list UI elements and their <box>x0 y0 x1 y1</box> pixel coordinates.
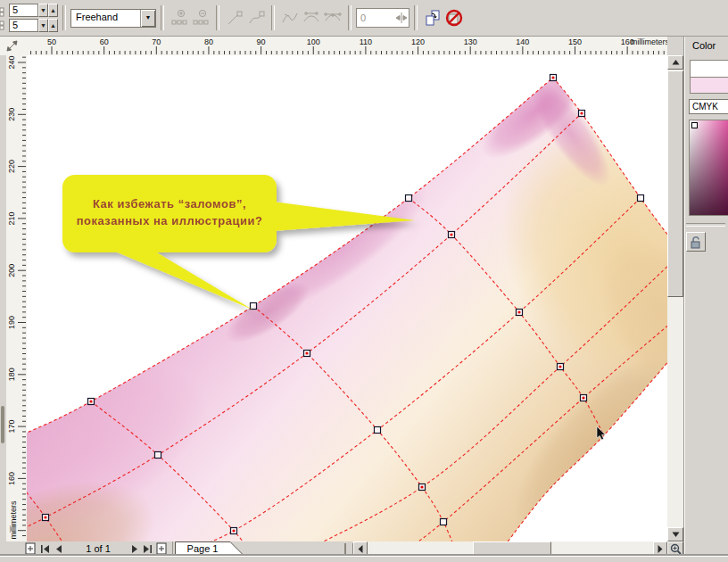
pan-zoom-corner-button[interactable] <box>667 541 683 556</box>
toolbar-separator <box>414 5 418 30</box>
grid-rows-input[interactable]: 5 <box>9 4 38 17</box>
color-swatch-new[interactable] <box>690 77 728 94</box>
add-page-icon <box>25 542 36 555</box>
convert-to-line-button[interactable] <box>224 7 245 29</box>
callout-text-line2: показанных на иллюстрации? <box>77 214 263 227</box>
mesh-node[interactable] <box>43 515 49 521</box>
vertical-scroll-thumb[interactable] <box>667 70 683 297</box>
svg-text:170: 170 <box>7 420 16 434</box>
ruler-origin-icon <box>0 37 27 55</box>
up-arrow-icon <box>672 59 680 66</box>
add-page-before-button[interactable] <box>24 542 37 555</box>
page-tab-label: Page 1 <box>187 543 219 554</box>
mesh-node[interactable] <box>155 452 161 459</box>
svg-text:190: 190 <box>7 316 16 329</box>
right-arrow-icon <box>658 545 663 553</box>
mesh-node[interactable] <box>517 310 523 316</box>
smooth-node-icon <box>302 9 320 27</box>
mesh-node[interactable] <box>550 75 557 81</box>
svg-text:210: 210 <box>7 211 16 225</box>
convert-to-curve-button[interactable] <box>245 7 267 29</box>
grid-cols-input[interactable]: 5 <box>9 19 38 32</box>
svg-text:140: 140 <box>516 37 529 46</box>
first-page-icon <box>41 545 50 553</box>
grid-cols-spinner: 5 ▼ ▲ <box>9 19 58 32</box>
mesh-node[interactable] <box>231 528 237 534</box>
mesh-node[interactable] <box>406 195 412 202</box>
lock-button[interactable] <box>686 232 706 252</box>
mesh-node[interactable] <box>449 232 455 238</box>
toolbar-separator <box>348 5 352 30</box>
color-model-select[interactable]: CMYK <box>689 99 728 114</box>
mesh-node[interactable] <box>251 303 257 310</box>
smooth-node-button[interactable] <box>301 7 322 29</box>
clear-mesh-button[interactable] <box>443 7 465 29</box>
mesh-node[interactable] <box>375 427 381 434</box>
toolbar-separator <box>271 5 275 30</box>
previous-page-icon <box>55 545 62 553</box>
mesh-node[interactable] <box>581 395 587 401</box>
scroll-down-button[interactable] <box>667 527 683 541</box>
clear-mesh-icon <box>444 8 464 28</box>
scroll-up-button[interactable] <box>667 55 683 70</box>
symmetrical-node-button[interactable] <box>322 7 343 29</box>
last-page-button[interactable] <box>141 542 153 555</box>
svg-text:50: 50 <box>47 37 56 46</box>
first-page-button[interactable] <box>39 542 52 555</box>
mesh-node[interactable] <box>441 519 447 525</box>
mesh-node[interactable] <box>558 364 564 370</box>
down-arrow-icon <box>672 531 680 538</box>
toolbar-separator <box>62 5 66 30</box>
mesh-node[interactable] <box>419 484 426 491</box>
horizontal-scroll-thumb[interactable] <box>473 541 551 556</box>
property-bar: 5 ▼ ▲ 5 ▼ ▲ Freehand ▼ <box>0 0 728 37</box>
cusp-node-icon <box>281 9 299 27</box>
docker-divider <box>686 223 725 227</box>
tab-separator <box>172 541 173 556</box>
mesh-node[interactable] <box>304 351 310 357</box>
grid-rows-down-button[interactable]: ▼ <box>38 4 48 17</box>
grid-cols-icon <box>0 20 7 30</box>
svg-text:220: 220 <box>7 160 16 173</box>
color-picker-selector[interactable] <box>691 122 698 128</box>
color-picker-area[interactable] <box>689 120 728 216</box>
mesh-node[interactable] <box>579 111 585 117</box>
horizontal-scrollbar[interactable] <box>368 541 653 556</box>
vertical-ruler-unit: millimeters <box>9 500 18 540</box>
open-lock-icon <box>690 236 702 249</box>
curve-segment-icon <box>247 9 265 27</box>
scroll-right-button[interactable] <box>653 541 667 556</box>
copy-mesh-properties-button[interactable] <box>422 7 443 29</box>
grid-rows-spinner: 5 ▼ ▲ <box>9 4 58 17</box>
mesh-node[interactable] <box>88 399 95 405</box>
previous-page-button[interactable] <box>53 542 65 555</box>
grid-rows-up-button[interactable]: ▲ <box>48 4 58 17</box>
svg-text:230: 230 <box>7 108 16 121</box>
add-intersection-button[interactable] <box>169 7 190 29</box>
svg-text:80: 80 <box>204 37 213 46</box>
svg-text:130: 130 <box>464 37 477 46</box>
grid-cols-up-button[interactable]: ▲ <box>48 19 58 32</box>
cusp-node-button[interactable] <box>279 7 301 29</box>
ruler-origin-corner[interactable] <box>0 37 28 56</box>
drawing-page[interactable]: Как избежать “заломов”,показанных на илл… <box>27 55 667 541</box>
magnifier-icon <box>670 543 682 555</box>
curve-smoothness-field[interactable]: 0 <box>356 8 410 28</box>
vertical-scrollbar[interactable] <box>667 55 683 541</box>
mesh-node[interactable] <box>638 195 644 202</box>
grid-cols-down-button[interactable]: ▼ <box>38 19 48 32</box>
color-swatch-old[interactable] <box>690 60 728 78</box>
docker-grab-handle[interactable] <box>1 406 4 443</box>
horizontal-ruler[interactable]: 5060708090100110120130140150160millimete… <box>27 37 667 56</box>
pop-up-slider-icon[interactable] <box>394 10 409 26</box>
next-page-button[interactable] <box>128 542 141 555</box>
scroll-left-button[interactable] <box>353 541 368 556</box>
vertical-ruler[interactable]: 160170180190200210220230240millimeters <box>6 55 28 541</box>
left-arrow-icon <box>358 545 363 553</box>
add-page-after-button[interactable] <box>155 542 168 555</box>
smoothing-mode-select[interactable]: Freehand ▼ <box>70 9 156 28</box>
dropdown-arrow-icon[interactable]: ▼ <box>140 10 155 27</box>
delete-node-icon <box>192 9 210 27</box>
delete-node-button[interactable] <box>190 7 211 29</box>
next-page-icon <box>131 545 138 553</box>
